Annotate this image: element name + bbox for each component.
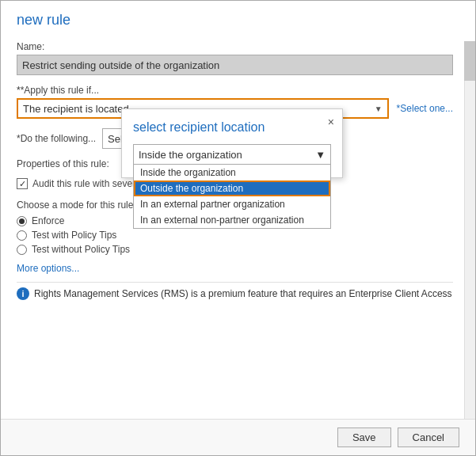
name-input[interactable] xyxy=(17,55,453,75)
popup-list-item-0[interactable]: Inside the organization xyxy=(134,165,330,180)
info-bar: i Rights Management Services (RMS) is a … xyxy=(17,282,453,305)
new-rule-dialog: new rule Name: *Apply this rule if... Th… xyxy=(0,0,476,456)
popup-dropdown-arrow: ▼ xyxy=(315,149,326,161)
popup-dropdown[interactable]: Inside the organization ▼ xyxy=(133,144,331,165)
popup-close-button[interactable]: × xyxy=(328,116,334,128)
name-label: Name: xyxy=(17,41,453,52)
radio-enforce-label: Enforce xyxy=(32,215,64,226)
select-one-link[interactable]: Select one... xyxy=(397,103,453,114)
radio-test-nopolicy-label: Test without Policy Tips xyxy=(32,244,130,255)
dialog-body: Name: *Apply this rule if... The recipie… xyxy=(1,41,475,419)
recipient-location-popup: × select recipient location Inside the o… xyxy=(121,108,343,178)
radio-test-nopolicy: Test without Policy Tips xyxy=(17,244,453,255)
radio-test-policy: Test with Policy Tips xyxy=(17,230,453,241)
save-button[interactable]: Save xyxy=(337,428,391,447)
more-options-link[interactable]: More options... xyxy=(17,263,453,274)
scrollbar-thumb[interactable] xyxy=(464,41,475,81)
dialog-footer: Save Cancel xyxy=(1,419,475,455)
radio-test-policy-circle[interactable] xyxy=(17,230,27,241)
name-field-group: Name: xyxy=(17,41,453,75)
audit-checkbox[interactable] xyxy=(17,178,28,189)
popup-list-item-1[interactable]: Outside the organization xyxy=(134,180,330,196)
cancel-button[interactable]: Cancel xyxy=(398,428,459,447)
popup-list-item-2[interactable]: In an external partner organization xyxy=(134,196,330,212)
apply-rule-dropdown-value: The recipient is located... xyxy=(23,103,138,115)
info-text: Rights Management Services (RMS) is a pr… xyxy=(34,288,452,299)
popup-dropdown-container: Inside the organization ▼ Inside the org… xyxy=(133,144,331,165)
radio-test-nopolicy-circle[interactable] xyxy=(17,245,27,255)
apply-rule-dropdown-arrow: ▼ xyxy=(375,104,383,113)
dialog-title: new rule xyxy=(17,12,459,28)
radio-test-policy-label: Test with Policy Tips xyxy=(32,230,116,241)
radio-enforce-circle[interactable] xyxy=(17,216,27,226)
scrollbar-track xyxy=(464,41,475,419)
info-icon: i xyxy=(17,287,29,300)
do-following-label: *Do the following... xyxy=(17,133,96,144)
popup-title: select recipient location xyxy=(133,120,331,135)
popup-list-item-3[interactable]: In an external non-partner organization xyxy=(134,212,330,228)
popup-dropdown-list: Inside the organization Outside the orga… xyxy=(133,165,331,229)
popup-dropdown-value: Inside the organization xyxy=(139,149,242,161)
dialog-header: new rule xyxy=(1,1,475,41)
apply-rule-label: *Apply this rule if... xyxy=(17,85,453,96)
